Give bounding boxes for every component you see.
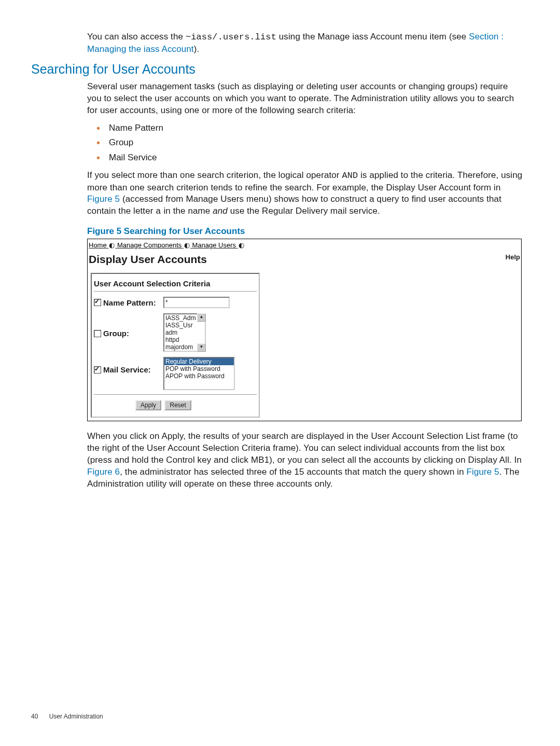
apply-button[interactable]: Apply [135,400,161,410]
page-number: 40 [31,713,38,720]
scroll-up-icon[interactable]: ▲ [197,313,206,322]
figure5-link-2[interactable]: Figure 5 [467,467,499,477]
breadcrumb-sep-icon: ◐ [239,241,244,249]
scroll-down-icon[interactable]: ▼ [197,343,206,352]
para3: When you click on Apply, the results of … [87,431,525,490]
criteria-box: User Account Selection Criteria Name Pat… [91,273,260,418]
figure6-link[interactable]: Figure 6 [87,467,120,477]
group-checkbox[interactable] [94,330,101,337]
intro-close: ). [194,44,200,54]
group-option[interactable]: httpd [164,336,205,343]
help-link[interactable]: Help [506,253,520,261]
breadcrumb-sep-icon: ◐ [109,241,115,249]
name-pattern-checkbox[interactable] [94,299,101,306]
breadcrumb-components[interactable]: Manage Components [117,241,181,249]
footer-title: User Administration [49,713,103,720]
intro-text-after: using the Manage iass Account menu item … [276,32,469,42]
criteria-legend: User Account Selection Criteria [94,279,257,288]
mail-service-option[interactable]: Regular Delivery [164,358,234,365]
mail-service-checkbox[interactable] [94,366,101,374]
figure5-screenshot: Home ◐ Manage Components ◐ Manage Users … [87,239,522,421]
divider [94,394,257,395]
para2: If you select more than one search crite… [87,170,525,218]
and-code: AND [342,171,358,181]
mail-service-label: Mail Service: [103,365,151,374]
mail-service-listbox[interactable]: Regular Delivery POP with Password APOP … [163,357,235,390]
mail-service-option[interactable]: APOP with Password [164,372,234,380]
intro-code: ~iass/.users.list [186,32,276,42]
reset-button[interactable]: Reset [164,400,191,410]
breadcrumb-home[interactable]: Home [89,241,107,249]
list-item: Group [102,136,525,149]
group-label: Group: [103,329,129,338]
letter-a-code: a [156,206,161,216]
breadcrumb-users[interactable]: Manage Users [192,241,236,249]
group-option[interactable]: IASS_Usr [164,322,205,329]
page-title: Display User Accounts [89,253,207,266]
list-item: Mail Service [102,151,525,164]
para1: Several user management tasks (such as d… [87,81,525,117]
and-em: and [213,206,228,216]
figure5-link[interactable]: Figure 5 [87,194,120,204]
name-pattern-label: Name Pattern: [103,298,156,307]
intro-paragraph: You can also access the ~iass/.users.lis… [87,31,525,56]
group-listbox[interactable]: ▲ IASS_Adm IASS_Usr adm httpd majordom ▼ [163,313,206,352]
name-pattern-input[interactable]: * [163,297,230,308]
section-heading: Searching for User Accounts [31,62,525,77]
breadcrumb-sep-icon: ◐ [184,241,190,249]
group-option[interactable]: adm [164,329,205,336]
mail-service-option[interactable]: POP with Password [164,365,234,372]
criteria-list: Name Pattern Group Mail Service [87,122,525,164]
figure-caption: Figure 5 Searching for User Accounts [87,226,525,237]
list-item: Name Pattern [102,122,525,135]
page-footer: 40 User Administration [31,713,103,720]
intro-text-before: You can also access the [87,32,186,42]
breadcrumb: Home ◐ Manage Components ◐ Manage Users … [88,239,521,250]
divider [94,291,257,292]
